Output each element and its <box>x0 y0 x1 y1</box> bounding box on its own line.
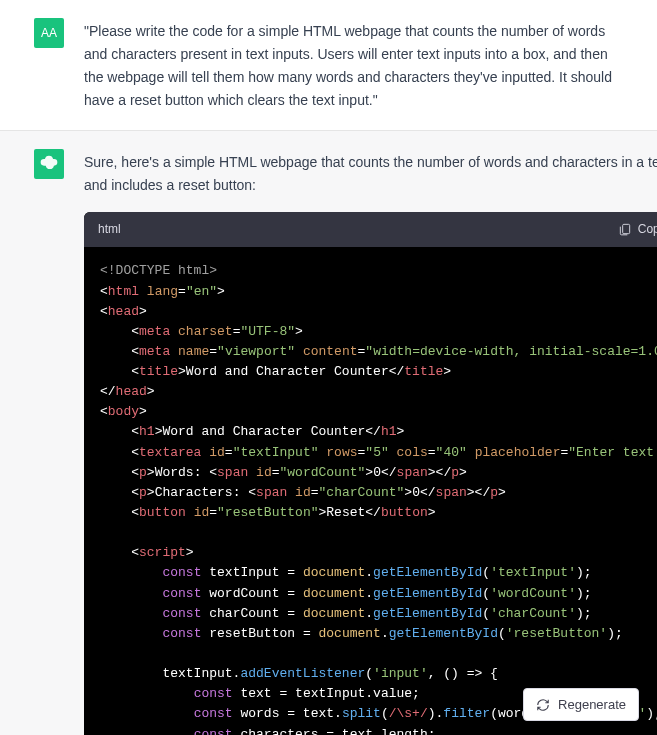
svg-rect-0 <box>622 225 629 234</box>
refresh-icon <box>536 698 550 712</box>
assistant-message-body: Sure, here's a simple HTML webpage that … <box>84 149 657 735</box>
copy-code-label: Copy code <box>638 220 657 240</box>
user-avatar-text: AA <box>41 26 57 40</box>
assistant-avatar <box>34 149 64 179</box>
user-message-text: "Please write the code for a simple HTML… <box>84 18 631 112</box>
code-block: html Copy code <!DOCTYPE html> <html lan… <box>84 212 657 735</box>
clipboard-icon <box>618 222 632 236</box>
assistant-message-row: Sure, here's a simple HTML webpage that … <box>0 130 657 735</box>
code-language-label: html <box>98 220 121 240</box>
user-message-row: AA "Please write the code for a simple H… <box>0 0 657 130</box>
openai-icon <box>39 154 59 174</box>
regenerate-button[interactable]: Regenerate <box>523 688 639 721</box>
user-avatar: AA <box>34 18 64 48</box>
copy-code-button[interactable]: Copy code <box>618 220 657 240</box>
code-header: html Copy code <box>84 212 657 248</box>
assistant-intro-text: Sure, here's a simple HTML webpage that … <box>84 151 657 197</box>
regenerate-label: Regenerate <box>558 697 626 712</box>
code-content[interactable]: <!DOCTYPE html> <html lang="en"> <head> … <box>84 247 657 735</box>
